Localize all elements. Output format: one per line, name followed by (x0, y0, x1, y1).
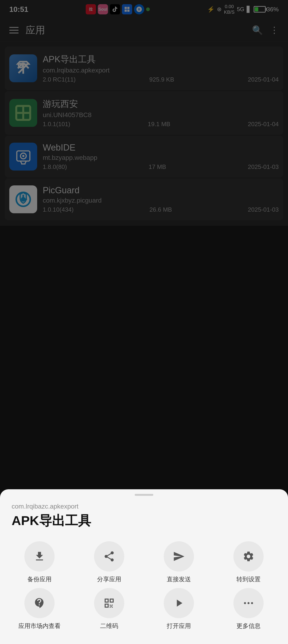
action-open[interactable]: 打开应用 (146, 588, 211, 630)
send-icon-circle (164, 541, 194, 572)
action-store[interactable]: 应用市场内查看 (7, 588, 72, 630)
play-icon-circle (164, 588, 194, 618)
action-settings[interactable]: 转到设置 (216, 541, 281, 583)
qrcode-icon-circle (94, 588, 124, 618)
action-send[interactable]: 直接发送 (146, 541, 211, 583)
more-label: 更多信息 (236, 622, 260, 630)
svg-point-18 (248, 602, 250, 604)
svg-point-17 (244, 602, 246, 604)
action-grid-row2: 应用市场内查看 二维码 打开应用 (0, 588, 288, 630)
action-backup[interactable]: 备份应用 (7, 541, 72, 583)
share-label: 分享应用 (97, 575, 121, 583)
backup-label: 备份应用 (28, 575, 52, 583)
action-share[interactable]: 分享应用 (77, 541, 142, 583)
settings-icon-circle (234, 541, 264, 572)
bottom-sheet: com.lrqibazc.apkexport APK导出工具 备份应用 分享应用 (0, 489, 288, 644)
action-grid-row1: 备份应用 分享应用 直接发送 (0, 541, 288, 583)
qrcode-label: 二维码 (100, 622, 118, 630)
action-qrcode[interactable]: 二维码 (77, 588, 142, 630)
sheet-app-name: APK导出工具 (0, 512, 288, 530)
share-icon-circle (94, 541, 124, 572)
sheet-package-name: com.lrqibazc.apkexport (0, 503, 288, 510)
open-label: 打开应用 (167, 622, 191, 630)
backup-icon-circle (24, 541, 54, 572)
sheet-drag-handle[interactable] (135, 494, 153, 496)
store-icon-circle (24, 588, 54, 618)
action-more[interactable]: 更多信息 (216, 588, 281, 630)
send-label: 直接发送 (167, 575, 191, 583)
store-label: 应用市场内查看 (18, 622, 60, 630)
more-icon-circle (234, 588, 264, 618)
svg-point-19 (251, 602, 253, 604)
settings-label: 转到设置 (236, 575, 260, 583)
